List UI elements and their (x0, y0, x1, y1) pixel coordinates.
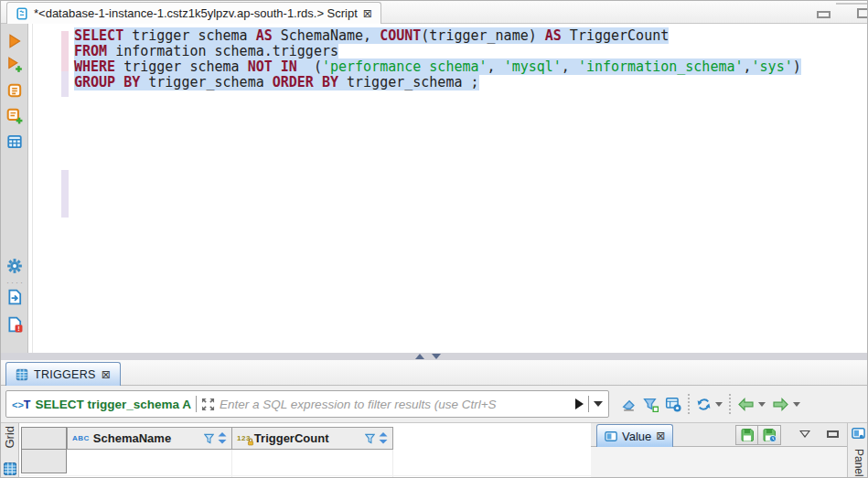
panels-strip-label[interactable]: Panel (852, 449, 865, 477)
divider (196, 396, 197, 412)
results-tab-bar: TRIGGERS ⊠ (1, 360, 867, 386)
minimize-button[interactable] (817, 11, 830, 18)
tab-triggers[interactable]: TRIGGERS ⊠ (5, 362, 121, 386)
column-label: TriggerCount (254, 431, 329, 445)
results-tab-label: TRIGGERS (34, 368, 96, 381)
editor-tab-close-icon[interactable]: ⊠ (363, 8, 372, 19)
execute-script-new-tab-button[interactable] (6, 108, 23, 124)
column-header-triggercount[interactable]: 123 TriggerCount (231, 427, 393, 450)
sql-line[interactable]: GROUP BY trigger_schema ORDER BY trigger… (74, 75, 801, 90)
maximize-button[interactable] (857, 8, 868, 18)
sql-code[interactable]: SELECT trigger_schema AS SchemaName, COU… (74, 28, 801, 90)
editor-results-splitter[interactable] (1, 353, 867, 360)
minimize-results-icon[interactable] (432, 354, 441, 359)
editor-tab-bar: *<database-1-instance-1.cstz1k5ylpzv.ap-… (1, 1, 867, 24)
customize-filters-icon[interactable] (665, 396, 681, 412)
sql-line[interactable]: SELECT trigger_schema AS SchemaName, COU… (74, 28, 801, 44)
value-panel-tab-bar: Value ⊠ (591, 423, 847, 447)
column-label: SchemaName (93, 431, 171, 445)
grid-presentation-icon[interactable] (3, 462, 17, 476)
string-type-icon: ABC (72, 434, 90, 442)
dbeaver-window: *<database-1-instance-1.cstz1k5ylpzv.ap-… (0, 0, 868, 478)
settings-gear-icon[interactable] (6, 258, 23, 274)
value-panel-icon (605, 430, 617, 442)
change-bar (61, 170, 69, 218)
save-value-button[interactable] (735, 425, 758, 445)
sql-editor[interactable]: SELECT trigger_schema AS SchemaName, COU… (28, 24, 867, 353)
row-number-header[interactable] (21, 427, 67, 450)
refresh-dropdown-icon[interactable] (715, 402, 723, 407)
tab-value[interactable]: Value ⊠ (596, 424, 673, 447)
results-filter-bar: <>T SELECT trigger_schema A Enter a SQL … (1, 386, 867, 423)
sql-line[interactable]: FROM information_schema.triggers (74, 44, 801, 59)
next-page-arrow-icon[interactable] (772, 398, 789, 411)
column-sort-icon[interactable] (218, 432, 227, 444)
value-panel: Value ⊠ (591, 423, 847, 477)
grid-presentation-label[interactable]: Grid (3, 426, 16, 449)
presentation-strip: Grid (1, 423, 19, 477)
value-panel-body[interactable] (591, 447, 847, 477)
value-tab-label: Value (622, 430, 651, 443)
result-grid-icon (16, 368, 28, 381)
column-filter-icon[interactable] (204, 433, 214, 444)
lock-icon (247, 438, 254, 446)
toolbar-separator (729, 394, 731, 414)
divider (588, 396, 589, 412)
window-edge-decoration (836, 3, 867, 5)
toolbar-separator (688, 394, 690, 414)
save-value-scheduled-button[interactable] (758, 425, 781, 445)
filter-placeholder-text: Enter a SQL expression to filter results… (220, 398, 571, 411)
refresh-cycle-icon[interactable] (696, 397, 712, 412)
execute-statement-new-tab-button[interactable] (6, 57, 23, 73)
maximize-results-icon[interactable] (415, 354, 424, 359)
row-number-cell[interactable] (21, 450, 67, 473)
change-bar (61, 71, 69, 97)
apply-filter-icon[interactable] (575, 398, 584, 409)
save-filter-funnel-icon[interactable] (643, 397, 659, 412)
sql-script-icon (16, 7, 28, 20)
panels-strip: Panel (847, 423, 867, 477)
editor-tab-title: *<database-1-instance-1.cstz1k5ylpzv.ap-… (34, 6, 358, 20)
filter-toolbar (621, 390, 863, 418)
active-query-icon: <>T (12, 396, 31, 412)
sql-line[interactable]: WHERE trigger_schema NOT IN ('performanc… (74, 59, 801, 75)
panels-icon[interactable] (852, 427, 865, 440)
value-panel-minimize-icon[interactable] (827, 430, 839, 438)
clear-filter-eraser-icon[interactable] (621, 397, 637, 412)
previous-page-arrow-icon[interactable] (737, 398, 755, 411)
value-tab-close-icon[interactable]: ⊠ (656, 430, 665, 441)
column-filter-icon[interactable] (365, 433, 375, 444)
explain-plan-button[interactable] (6, 133, 23, 150)
results-area: Grid ABC SchemaName 123 TriggerCount (1, 423, 867, 477)
next-page-dropdown-icon[interactable] (793, 402, 800, 407)
filter-expression-input[interactable]: <>T SELECT trigger_schema A Enter a SQL … (5, 390, 609, 418)
editor-left-toolbar: ···· ! (1, 24, 28, 353)
results-tab-close-icon[interactable]: ⊠ (102, 369, 111, 380)
save-file-warning-icon[interactable]: ! (6, 316, 23, 333)
expand-filter-icon[interactable] (201, 398, 215, 411)
column-sort-icon[interactable] (379, 432, 388, 444)
filter-history-dropdown-icon[interactable] (594, 401, 603, 407)
toolbar-separator-dots: ···· (6, 281, 23, 284)
column-header-schemaname[interactable]: ABC SchemaName (67, 427, 232, 450)
previous-page-dropdown-icon[interactable] (758, 402, 766, 407)
active-query-label[interactable]: SELECT trigger_schema A (36, 398, 192, 411)
change-bar (61, 31, 69, 71)
grid-column-separator (231, 450, 232, 477)
grid-column-separator (392, 450, 393, 477)
grid-row-separator (21, 475, 591, 476)
export-script-icon[interactable] (6, 289, 23, 305)
execute-script-button[interactable] (6, 82, 23, 99)
value-panel-menu-icon[interactable] (799, 430, 810, 438)
numeric-type-icon: 123 (237, 434, 251, 442)
execute-statement-button[interactable] (6, 33, 23, 49)
editor-tab-sql-script[interactable]: *<database-1-instance-1.cstz1k5ylpzv.ap-… (6, 2, 381, 24)
result-grid[interactable]: ABC SchemaName 123 TriggerCount (19, 423, 591, 477)
value-save-group (735, 425, 781, 445)
svg-text:!: ! (17, 324, 19, 333)
